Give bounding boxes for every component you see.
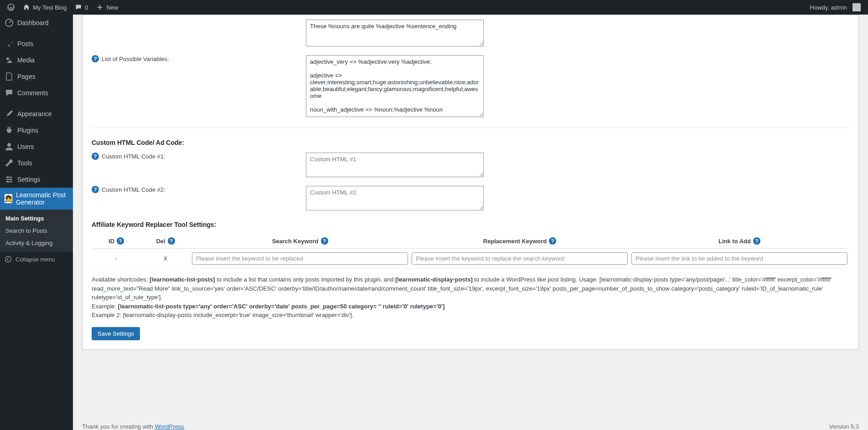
divider bbox=[92, 128, 849, 128]
custom-html-title: Custom HTML Code/ Ad Code: bbox=[83, 133, 858, 148]
th-id: ID bbox=[108, 238, 114, 245]
sidebar-item-settings[interactable]: Settings bbox=[0, 171, 73, 188]
sidebar-item-comments[interactable]: Comments bbox=[0, 85, 73, 101]
sliders-icon bbox=[5, 175, 14, 184]
comments-count: 0 bbox=[85, 4, 88, 11]
wordpress-icon bbox=[7, 4, 15, 11]
plug-icon bbox=[5, 126, 14, 135]
user-icon bbox=[5, 142, 14, 151]
media-icon bbox=[5, 56, 14, 65]
help-icon[interactable]: ? bbox=[92, 153, 99, 160]
brush-icon bbox=[5, 109, 14, 118]
page-icon bbox=[5, 72, 14, 81]
wordpress-link[interactable]: WordPress bbox=[155, 423, 184, 430]
new-label: New bbox=[106, 4, 118, 11]
comments-link[interactable]: 0 bbox=[71, 0, 92, 15]
replacement-keyword-input[interactable] bbox=[412, 252, 628, 265]
new-link[interactable]: New bbox=[93, 0, 122, 15]
shortcodes-info: Available shortcodes: [learnomatic-list-… bbox=[83, 269, 858, 321]
wrench-icon bbox=[5, 159, 14, 168]
sidebar-item-learnomatic[interactable]: 👧 Learnomatic Post Generator bbox=[0, 188, 73, 210]
html1-label: Custom HTML Code #1: bbox=[102, 153, 165, 160]
sidebar-item-pages[interactable]: Pages bbox=[0, 68, 73, 85]
dashboard-icon bbox=[5, 18, 14, 27]
wp-logo[interactable] bbox=[4, 0, 18, 15]
avatar bbox=[852, 3, 861, 11]
cell-id: - bbox=[92, 249, 141, 269]
sidebar-item-media[interactable]: Media bbox=[0, 52, 73, 68]
svg-point-2 bbox=[6, 57, 9, 60]
admin-bar: My Test Blog 0 New Howdy, admin bbox=[0, 0, 868, 15]
pin-icon bbox=[5, 39, 14, 48]
sidebar-item-posts[interactable]: Posts bbox=[0, 36, 73, 52]
variables-textarea[interactable] bbox=[306, 55, 484, 117]
link-to-add-input[interactable] bbox=[631, 252, 847, 265]
help-icon[interactable]: ? bbox=[117, 237, 124, 245]
affiliate-title: Affiliate Keyword Replacer Tool Settings… bbox=[92, 215, 849, 232]
sidebar-item-users[interactable]: Users bbox=[0, 138, 73, 155]
svg-point-3 bbox=[7, 143, 11, 147]
th-replace: Replacement Keyword bbox=[483, 238, 547, 245]
variables-row: ? List of Possible Variables: bbox=[92, 51, 849, 122]
site-name: My Test Blog bbox=[33, 4, 67, 11]
th-search: Search Keyword bbox=[272, 238, 319, 245]
html1-row: ? Custom HTML Code #1: bbox=[92, 149, 849, 182]
help-icon[interactable]: ? bbox=[92, 186, 99, 193]
howdy-text: Howdy, admin bbox=[810, 4, 847, 11]
help-icon[interactable]: ? bbox=[549, 237, 556, 245]
version-text: Version 5.3 bbox=[829, 423, 859, 430]
footer: Thank you for creating with WordPress. V… bbox=[73, 417, 868, 430]
help-icon[interactable]: ? bbox=[753, 237, 760, 245]
comment-icon bbox=[5, 88, 14, 97]
variables-label: List of Possible Variables: bbox=[102, 56, 169, 62]
sidebar-item-dashboard[interactable]: Dashboard bbox=[0, 15, 73, 31]
svg-point-7 bbox=[5, 256, 11, 262]
affiliate-table: ID? Del? Search Keyword? Replacement Key… bbox=[92, 234, 849, 269]
collapse-icon bbox=[5, 256, 12, 263]
sidebar-item-appearance[interactable]: Appearance bbox=[0, 106, 73, 122]
admin-sidebar: Dashboard Posts Media Pages Comments App… bbox=[0, 15, 73, 430]
sidebar-item-tools[interactable]: Tools bbox=[0, 155, 73, 171]
sentence-templates-row bbox=[92, 16, 849, 51]
svg-point-4 bbox=[7, 176, 9, 178]
collapse-menu[interactable]: Collapse menu bbox=[0, 252, 73, 266]
help-icon[interactable]: ? bbox=[92, 55, 99, 62]
help-icon[interactable]: ? bbox=[321, 237, 328, 245]
html2-row: ? Custom HTML Code #2: bbox=[92, 182, 849, 215]
save-settings-button[interactable]: Save Settings bbox=[92, 327, 140, 340]
html2-textarea[interactable] bbox=[306, 186, 484, 210]
howdy-link[interactable]: Howdy, admin bbox=[806, 0, 864, 15]
th-del: Del bbox=[156, 238, 165, 245]
plugin-icon: 👧 bbox=[5, 194, 12, 203]
settings-card: ? List of Possible Variables: Custom HTM… bbox=[82, 15, 859, 350]
submenu-main-settings[interactable]: Main Settings bbox=[0, 212, 73, 225]
table-row: - X bbox=[92, 249, 849, 269]
th-link: Link to Add bbox=[718, 238, 751, 245]
help-icon[interactable]: ? bbox=[168, 237, 175, 245]
submenu: Main Settings Search to Posts Activity &… bbox=[0, 210, 73, 252]
svg-point-5 bbox=[10, 179, 11, 180]
html2-label: Custom HTML Code #2: bbox=[102, 186, 165, 193]
sidebar-item-plugins[interactable]: Plugins bbox=[0, 122, 73, 138]
comment-icon bbox=[75, 4, 82, 11]
home-icon bbox=[23, 4, 30, 11]
search-keyword-input[interactable] bbox=[192, 252, 408, 265]
sentence-templates-textarea[interactable] bbox=[306, 20, 484, 46]
delete-row-button[interactable]: X bbox=[164, 255, 168, 262]
html1-textarea[interactable] bbox=[306, 153, 484, 177]
site-link[interactable]: My Test Blog bbox=[19, 0, 70, 15]
submenu-search-to-posts[interactable]: Search to Posts bbox=[0, 225, 73, 237]
plus-icon bbox=[96, 4, 103, 11]
main: ? List of Possible Variables: Custom HTM… bbox=[73, 15, 868, 430]
submenu-activity-logging[interactable]: Activity & Logging bbox=[0, 237, 73, 249]
svg-point-6 bbox=[7, 181, 9, 183]
